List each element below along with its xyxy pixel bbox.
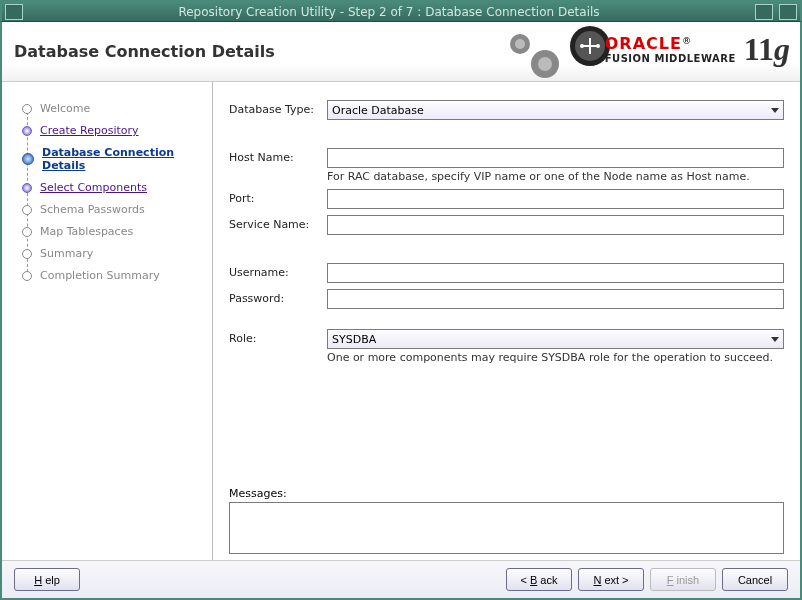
- step-db-connection-details[interactable]: Database Connection Details: [22, 146, 206, 172]
- step-completion-summary: Completion Summary: [22, 269, 206, 282]
- brand-oracle: ORACLE: [605, 34, 682, 53]
- step-bullet-icon: [22, 205, 32, 215]
- step-bullet-icon: [22, 227, 32, 237]
- step-bullet-icon: [22, 249, 32, 259]
- label-host-name: Host Name:: [229, 148, 327, 164]
- row-host-name: Host Name: For RAC database, specify VIP…: [229, 148, 784, 183]
- step-bullet-icon: [22, 104, 32, 114]
- svg-point-7: [515, 39, 525, 49]
- step-bullet-icon: [22, 183, 32, 193]
- step-bullet-icon: [22, 271, 32, 281]
- step-label: Map Tablespaces: [40, 225, 133, 238]
- window-menu-icon[interactable]: [5, 4, 23, 20]
- wizard-footer: Help < Back Next > Finish Cancel: [2, 560, 800, 598]
- cancel-button[interactable]: Cancel: [722, 568, 788, 591]
- chevron-left-icon: <: [521, 574, 527, 586]
- chevron-down-icon: [771, 337, 779, 342]
- step-create-repository[interactable]: Create Repository: [22, 124, 206, 137]
- combo-database-type[interactable]: Oracle Database: [327, 100, 784, 120]
- row-password: Password:: [229, 289, 784, 309]
- step-summary: Summary: [22, 247, 206, 260]
- step-welcome: Welcome: [22, 102, 206, 115]
- row-username: Username:: [229, 263, 784, 283]
- row-port: Port:: [229, 189, 784, 209]
- label-role: Role:: [229, 329, 327, 345]
- svg-point-2: [580, 44, 584, 48]
- input-port[interactable]: [327, 189, 784, 209]
- brand-fusion-middleware: FUSION MIDDLEWARE: [605, 53, 736, 64]
- input-username[interactable]: [327, 263, 784, 283]
- chevron-down-icon: [771, 108, 779, 113]
- combo-value: SYSDBA: [332, 333, 376, 346]
- page-title: Database Connection Details: [14, 42, 275, 61]
- messages-box[interactable]: [229, 502, 784, 554]
- row-role: Role: SYSDBA One or more components may …: [229, 329, 784, 364]
- label-password: Password:: [229, 289, 327, 305]
- window-title: Repository Creation Utility - Step 2 of …: [26, 5, 752, 19]
- window-titlebar: Repository Creation Utility - Step 2 of …: [0, 0, 802, 22]
- label-service-name: Service Name:: [229, 215, 327, 231]
- step-label: Summary: [40, 247, 93, 260]
- back-button[interactable]: < Back: [506, 568, 572, 591]
- hint-role: One or more components may require SYSDB…: [327, 351, 784, 364]
- combo-role[interactable]: SYSDBA: [327, 329, 784, 349]
- input-host-name[interactable]: [327, 148, 784, 168]
- step-label[interactable]: Database Connection Details: [42, 146, 206, 172]
- help-button[interactable]: Help: [14, 568, 80, 591]
- step-label[interactable]: Create Repository: [40, 124, 139, 137]
- header: Database Connection Details ORACLE® FUSI…: [2, 22, 800, 82]
- step-select-components[interactable]: Select Components: [22, 181, 206, 194]
- form-panel: Database Type: Oracle Database Host Name…: [212, 82, 800, 560]
- body: Welcome Create Repository Database Conne…: [2, 82, 800, 560]
- row-database-type: Database Type: Oracle Database: [229, 100, 784, 120]
- chevron-right-icon: >: [622, 574, 628, 586]
- step-label[interactable]: Select Components: [40, 181, 147, 194]
- next-button[interactable]: Next >: [578, 568, 644, 591]
- label-username: Username:: [229, 263, 327, 279]
- combo-value: Oracle Database: [332, 104, 424, 117]
- svg-point-3: [596, 44, 600, 48]
- step-label: Schema Passwords: [40, 203, 145, 216]
- window-maximize-icon[interactable]: [779, 4, 797, 20]
- hint-host-name: For RAC database, specify VIP name or on…: [327, 170, 784, 183]
- row-service-name: Service Name:: [229, 215, 784, 235]
- row-messages: Messages:: [229, 487, 784, 554]
- brand-logo: ORACLE® FUSION MIDDLEWARE 11g: [605, 32, 790, 67]
- step-map-tablespaces: Map Tablespaces: [22, 225, 206, 238]
- step-label: Welcome: [40, 102, 90, 115]
- label-database-type: Database Type:: [229, 100, 327, 116]
- brand-version: 11g: [744, 32, 790, 67]
- input-service-name[interactable]: [327, 215, 784, 235]
- svg-point-5: [538, 57, 552, 71]
- window-minimize-icon[interactable]: [755, 4, 773, 20]
- label-messages: Messages:: [229, 487, 784, 500]
- step-bullet-current-icon: [22, 153, 34, 165]
- label-port: Port:: [229, 189, 327, 205]
- finish-button: Finish: [650, 568, 716, 591]
- window-content: Database Connection Details ORACLE® FUSI…: [0, 22, 802, 600]
- step-label: Completion Summary: [40, 269, 160, 282]
- wizard-steps-sidebar: Welcome Create Repository Database Conne…: [2, 82, 212, 560]
- step-schema-passwords: Schema Passwords: [22, 203, 206, 216]
- step-bullet-icon: [22, 126, 32, 136]
- input-password[interactable]: [327, 289, 784, 309]
